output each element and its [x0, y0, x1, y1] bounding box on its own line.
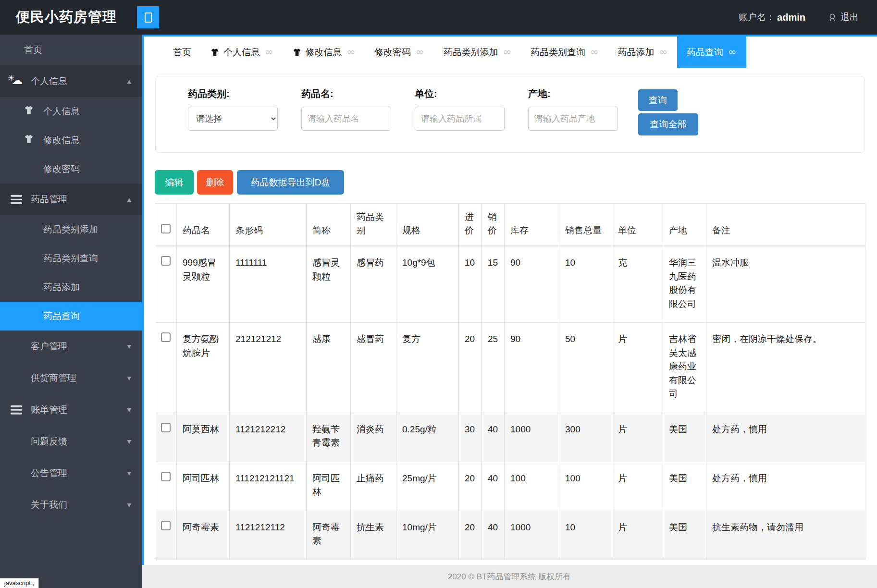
table-cell: 美国 — [663, 413, 706, 462]
table-cell: 20 — [459, 511, 482, 560]
table-cell: 300 — [559, 413, 612, 462]
table-cell: 止痛药 — [351, 462, 396, 511]
footer: 2020 © BT药品管理系统 版权所有 — [142, 565, 877, 588]
tab-close-icon[interactable]: ∞ — [416, 47, 424, 57]
sidebar-toggle-button[interactable] — [137, 6, 159, 28]
tab-profile[interactable]: 个人信息∞ — [201, 37, 283, 68]
sidebar-item-profile[interactable]: 个人信息 — [0, 97, 142, 126]
sidebar-item-drug-management[interactable]: 药品管理▲ — [0, 184, 142, 215]
tab-label: 药品查询 — [687, 46, 723, 59]
table-cell: 25mg/片 — [396, 462, 459, 511]
sidebar-item-profile-section[interactable]: ☀☁个人信息▲ — [0, 65, 142, 97]
tshirt-icon — [24, 135, 34, 147]
tab-close-icon[interactable]: ∞ — [503, 47, 512, 57]
sidebar-item-label: 药品查询 — [43, 310, 80, 322]
tab-drug-category-query[interactable]: 药品类别查询∞ — [521, 37, 608, 68]
drug-name-input[interactable] — [301, 107, 391, 131]
sidebar-item-announcement-management[interactable]: 公告管理▼ — [0, 457, 142, 489]
origin-input[interactable] — [528, 107, 618, 131]
unit-input[interactable] — [415, 107, 505, 131]
field-unit: 单位: — [415, 87, 505, 131]
tab-home[interactable]: 首页 — [163, 37, 201, 68]
tab-close-icon[interactable]: ∞ — [347, 47, 356, 57]
sidebar-item-change-password[interactable]: 修改密码 — [0, 155, 142, 184]
tab-change-password[interactable]: 修改密码∞ — [365, 37, 434, 68]
sidebar-item-about-us[interactable]: 关于我们▼ — [0, 489, 142, 521]
sidebar-item-drug-add[interactable]: 药品添加 — [0, 273, 142, 302]
query-button[interactable]: 查询 — [638, 89, 678, 111]
table-cell: 感冒灵颗粒 — [307, 246, 351, 323]
table-cell: 111212121121 — [230, 462, 307, 511]
sidebar-item-edit-info[interactable]: 修改信息 — [0, 126, 142, 155]
logout-button[interactable]: 退出 — [828, 11, 859, 24]
table-cell: 1000 — [505, 511, 559, 560]
tab-drug-category-add[interactable]: 药品类别添加∞ — [434, 37, 521, 68]
sidebar-item-drug-query[interactable]: 药品查询 — [0, 302, 142, 331]
sidebar-item-customer-management[interactable]: 客户管理▼ — [0, 331, 142, 362]
toggle-glyph-icon — [145, 12, 152, 23]
sidebar-item-label: 问题反馈 — [31, 435, 67, 448]
chevron-up-icon: ▲ — [127, 78, 131, 85]
sidebar-item-drug-category-add[interactable]: 药品类别添加 — [0, 215, 142, 244]
medal-icon — [828, 12, 837, 22]
table-cell: 吉林省吴太感康药业有限公司 — [663, 323, 706, 413]
sidebar-item-home[interactable]: 首页 — [0, 35, 142, 65]
row-checkbox[interactable] — [161, 472, 171, 481]
tshirt-icon — [24, 106, 34, 118]
tab-drug-add[interactable]: 药品添加∞ — [608, 37, 678, 68]
sidebar-item-feedback[interactable]: 问题反馈▼ — [0, 426, 142, 457]
table-cell: 10 — [459, 246, 482, 323]
column-header: 简称 — [307, 204, 351, 246]
search-filter-panel: 药品类别: 请选择 药品名: 单位: 产地: 查询 查询全部 — [155, 76, 865, 153]
table-cell: 美国 — [663, 462, 706, 511]
tab-label: 药品类别查询 — [531, 46, 585, 59]
table-cell: 消炎药 — [351, 413, 396, 462]
chevron-down-icon: ▼ — [127, 407, 131, 413]
row-checkbox[interactable] — [161, 332, 171, 342]
sidebar-item-label: 修改信息 — [43, 134, 80, 147]
query-all-button[interactable]: 查询全部 — [638, 113, 698, 135]
row-checkbox[interactable] — [161, 256, 171, 266]
edit-button[interactable]: 编辑 — [155, 170, 194, 195]
tab-close-icon[interactable]: ∞ — [265, 47, 273, 57]
row-checkbox[interactable] — [161, 423, 171, 432]
table-cell: 美国 — [663, 511, 706, 560]
table-cell: 100 — [505, 462, 559, 511]
drug-category-select[interactable]: 请选择 — [188, 107, 278, 131]
query-buttons: 查询 查询全部 — [638, 89, 698, 135]
table-header-row: 药品名条形码简称药品类别规格进价销价库存销售总量单位产地备注 — [155, 204, 865, 246]
table-cell: 999感冒灵颗粒 — [177, 246, 230, 323]
table-cell: 抗生素药物，请勿滥用 — [706, 511, 865, 560]
sidebar-item-label: 修改密码 — [43, 163, 80, 175]
table-cell: 阿奇霉素 — [177, 511, 230, 560]
column-header: 条形码 — [230, 204, 307, 246]
sidebar: 首页☀☁个人信息▲个人信息修改信息修改密码药品管理▲药品类别添加药品类别查询药品… — [0, 35, 142, 588]
tab-close-icon[interactable]: ∞ — [590, 47, 599, 57]
tab-label: 药品添加 — [618, 46, 655, 59]
sidebar-item-bill-management[interactable]: 账单管理▼ — [0, 394, 142, 426]
unit-label: 单位: — [415, 87, 505, 100]
chevron-down-icon: ▼ — [127, 375, 131, 381]
table-row: 999感冒灵颗粒1111111感冒灵颗粒感冒药10g*9包10159010克华润… — [155, 246, 865, 323]
table-action-row: 编辑 删除 药品数据导出到D盘 — [155, 170, 877, 195]
drug-name-label: 药品名: — [301, 87, 391, 100]
tab-close-icon[interactable]: ∞ — [728, 47, 737, 57]
sidebar-item-drug-category-query[interactable]: 药品类别查询 — [0, 244, 142, 273]
tshirt-icon — [210, 48, 219, 57]
column-header: 规格 — [396, 204, 459, 246]
column-header: 销价 — [482, 204, 505, 246]
row-checkbox[interactable] — [161, 521, 171, 530]
delete-button[interactable]: 删除 — [197, 170, 233, 195]
tab-drug-query[interactable]: 药品查询∞ — [677, 37, 746, 68]
select-all-checkbox[interactable] — [161, 224, 171, 233]
chevron-up-icon: ▲ — [127, 196, 131, 203]
tab-close-icon[interactable]: ∞ — [659, 47, 668, 57]
table-cell: 阿奇霉素 — [307, 511, 351, 560]
drug-table-head: 药品名条形码简称药品类别规格进价销价库存销售总量单位产地备注 — [155, 204, 865, 246]
tab-edit-info[interactable]: 修改信息∞ — [283, 37, 365, 68]
export-button[interactable]: 药品数据导出到D盘 — [237, 170, 344, 195]
sidebar-item-supplier-management[interactable]: 供货商管理▼ — [0, 362, 142, 394]
table-row: 阿奇霉素1121212112阿奇霉素抗生素10mg/片2040100010片美国… — [155, 511, 865, 560]
table-cell: 处方药，慎用 — [706, 413, 865, 462]
sidebar-item-label: 关于我们 — [31, 499, 67, 511]
